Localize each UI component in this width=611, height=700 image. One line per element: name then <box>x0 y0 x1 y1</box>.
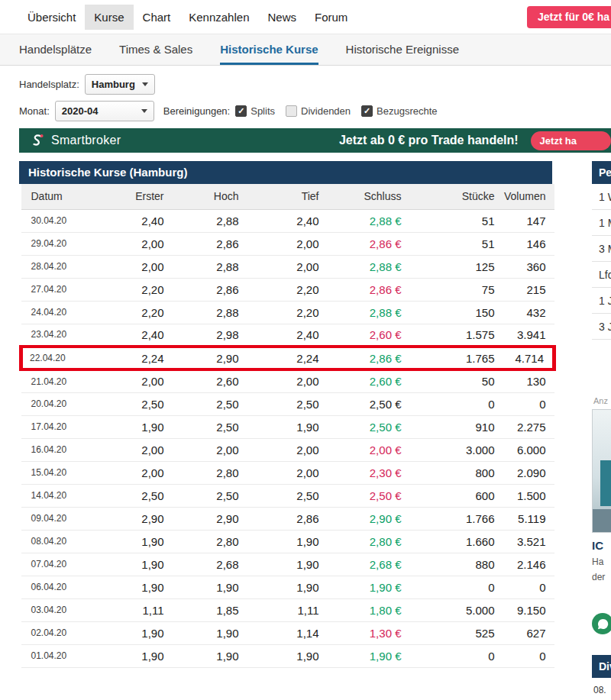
nav-item-forum[interactable]: Forum <box>306 5 357 30</box>
nav-item-uebersicht[interactable]: Übersicht <box>18 5 85 30</box>
table-row: 22.04.202,242,902,242,86 €1.7654.714 <box>21 347 554 369</box>
cell-erster: 1,90 <box>105 553 164 576</box>
cell-hoch: 2,90 <box>164 347 239 369</box>
checkbox-label: Dividenden <box>301 105 351 117</box>
checkbox-box[interactable] <box>286 105 297 117</box>
nav-item-kurse[interactable]: Kurse <box>85 5 133 30</box>
cell-datum: 29.04.20 <box>21 232 105 255</box>
cell-stuecke: 0 <box>402 644 495 667</box>
cell-stuecke: 125 <box>402 255 495 278</box>
table-row: 15.04.202,002,802,002,30 €8002.090 <box>21 461 554 484</box>
cell-stuecke: 1.575 <box>402 324 495 347</box>
cell-schluss: 1,80 € <box>319 598 402 621</box>
cell-stuecke: 0 <box>402 392 495 415</box>
banner-cta-button[interactable]: Jetzt ha <box>531 131 611 150</box>
table-row: 20.04.202,502,502,502,50 €00 <box>21 392 554 415</box>
cell-tief: 1,14 <box>239 621 319 644</box>
tab-historische-kurse[interactable]: Historische Kurse <box>220 34 318 65</box>
nav-item-chart[interactable]: Chart <box>134 5 180 30</box>
cell-tief: 2,00 <box>239 461 319 484</box>
cell-tief: 2,20 <box>239 278 319 301</box>
dividends-header: Div <box>592 655 611 678</box>
cell-stuecke: 0 <box>402 576 495 598</box>
cell-tief: 2,40 <box>239 209 319 232</box>
cell-hoch: 2,60 <box>164 369 239 392</box>
cell-erster: 1,11 <box>105 598 164 621</box>
cell-hoch: 2,80 <box>164 530 239 553</box>
table-row: 03.04.201,111,851,111,80 €5.0009.150 <box>21 598 554 621</box>
tab-handelsplaetze[interactable]: Handelsplätze <box>19 34 92 65</box>
cell-volumen: 147 <box>495 209 554 232</box>
cell-volumen: 627 <box>495 621 554 644</box>
cell-erster: 2,50 <box>105 392 164 415</box>
cell-stuecke: 75 <box>402 278 495 301</box>
cell-hoch: 2,50 <box>164 415 239 438</box>
cell-schluss: 2,68 € <box>319 553 402 576</box>
cell-hoch: 2,98 <box>164 324 239 347</box>
cell-volumen: 432 <box>495 301 554 324</box>
cell-erster: 2,90 <box>105 507 164 530</box>
table-row: 07.04.201,902,681,902,68 €8802.146 <box>21 553 554 576</box>
cell-tief: 1,90 <box>239 415 319 438</box>
cell-volumen: 2.275 <box>495 415 554 438</box>
table-title: Historische Kurse (Hamburg) <box>19 161 552 184</box>
cell-tief: 2,20 <box>239 301 319 324</box>
cell-stuecke: 1.660 <box>402 530 495 553</box>
dividends-first-row: 08. <box>592 685 611 695</box>
cell-schluss: 2,30 € <box>319 461 402 484</box>
cell-hoch: 2,86 <box>164 278 239 301</box>
price-table-body: 30.04.202,402,882,402,88 €5114729.04.202… <box>21 209 554 667</box>
table-row: 14.04.202,502,502,502,50 €6001.500 <box>21 484 554 507</box>
sidebar-ad[interactable]: Anz IC Ha der <box>592 396 611 634</box>
cell-volumen: 3.941 <box>495 324 554 347</box>
checkbox-box[interactable] <box>235 105 247 117</box>
performance-header: Pe <box>592 161 611 184</box>
cell-tief: 2,00 <box>239 369 319 392</box>
cell-volumen: 146 <box>495 232 554 255</box>
monat-select[interactable]: 2020-04 <box>55 101 154 121</box>
sidebar: Pe 1 W1 M3 MLfd1 Ja3 Ja Anz IC Ha der Di… <box>592 161 611 695</box>
tab-times-sales[interactable]: Times & Sales <box>119 34 192 65</box>
ad-chart-graphic <box>592 409 611 533</box>
cell-volumen: 360 <box>495 255 554 278</box>
checkbox-bezugsrechte[interactable]: Bezugsrechte <box>361 105 438 117</box>
checkbox-box[interactable] <box>361 105 373 117</box>
smartbroker-ad-banner[interactable]: Smartbroker Jetzt ab 0 € pro Trade hande… <box>19 128 611 153</box>
cell-datum: 03.04.20 <box>21 598 105 621</box>
filter-panel: Handelsplatz: Hamburg Monat: 2020-04 Ber… <box>0 66 611 128</box>
nav-item-news[interactable]: News <box>258 5 306 30</box>
cell-erster: 2,20 <box>105 301 164 324</box>
handelsplatz-select[interactable]: Hamburg <box>85 74 155 95</box>
performance-row: 1 M <box>592 210 611 236</box>
checkbox-splits[interactable]: Splits <box>235 105 275 117</box>
cell-stuecke: 1.765 <box>402 347 495 369</box>
cell-tief: 2,00 <box>239 438 319 461</box>
price-table: Datum Erster Hoch Tief Schluss Stücke Vo… <box>19 184 556 668</box>
cell-tief: 2,86 <box>239 507 319 530</box>
table-row: 01.04.201,901,901,901,90 €00 <box>21 644 554 667</box>
cell-datum: 16.04.20 <box>21 438 105 461</box>
tab-historische-ereignisse[interactable]: Historische Ereignisse <box>346 34 459 65</box>
cell-schluss: 2,86 € <box>319 347 402 369</box>
table-row: 08.04.201,902,801,902,80 €1.6603.521 <box>21 530 554 553</box>
secondary-nav: Handelsplätze Times & Sales Historische … <box>0 34 611 66</box>
performance-rows: 1 W1 M3 MLfd1 Ja3 Ja <box>592 184 611 340</box>
trade-cta-button[interactable]: Jetzt für 0€ ha <box>527 6 611 28</box>
cell-hoch: 2,86 <box>164 232 239 255</box>
table-row: 21.04.202,002,602,002,60 €50130 <box>21 369 554 392</box>
checkbox-dividenden[interactable]: Dividenden <box>286 105 351 117</box>
cell-hoch: 2,88 <box>164 255 239 278</box>
cell-hoch: 2,00 <box>164 438 239 461</box>
cell-schluss: 2,86 € <box>319 232 402 255</box>
handelsplatz-label: Handelsplatz: <box>19 79 79 90</box>
cell-hoch: 2,50 <box>164 392 239 415</box>
nav-item-kennzahlen[interactable]: Kennzahlen <box>179 5 258 30</box>
col-volumen: Volumen <box>495 184 554 209</box>
primary-nav: Übersicht Kurse Chart Kennzahlen News Fo… <box>0 0 611 34</box>
cell-schluss: 2,80 € <box>319 530 402 553</box>
ad-social-icon[interactable] <box>592 613 611 634</box>
cell-volumen: 9.150 <box>495 598 554 621</box>
cell-datum: 20.04.20 <box>21 392 105 415</box>
cell-erster: 2,20 <box>105 278 164 301</box>
cell-datum: 23.04.20 <box>21 324 105 347</box>
